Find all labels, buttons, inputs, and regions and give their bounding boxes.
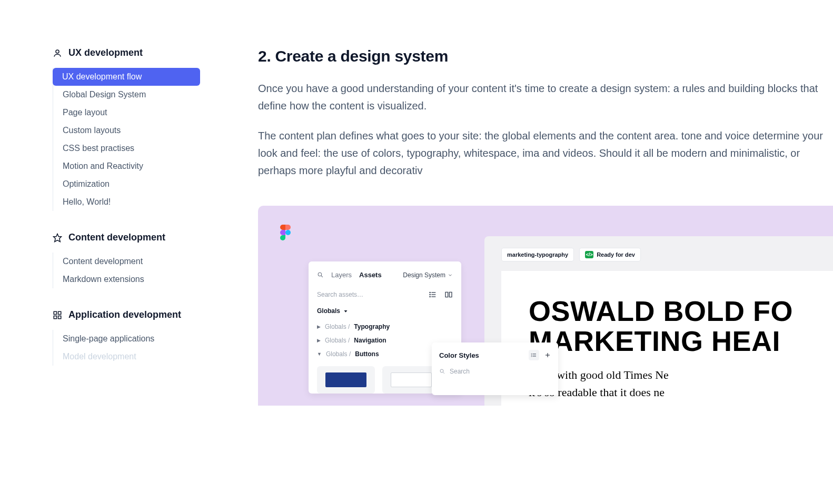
svg-rect-5 xyxy=(58,316,61,318)
nav-section-title: UX development xyxy=(68,47,143,58)
search-icon xyxy=(317,271,324,278)
component-card-primary[interactable] xyxy=(317,366,375,394)
svg-rect-3 xyxy=(58,311,61,314)
article-para-1: Once you have a good understanding of yo… xyxy=(258,80,833,115)
tab-layers[interactable]: Layers xyxy=(331,271,352,279)
nav-section-content: Content development Content development … xyxy=(53,232,200,288)
figma-logo-icon xyxy=(280,225,291,240)
article-para-2: The content plan defines what goes to yo… xyxy=(258,127,833,179)
article-heading: 2. Create a design system xyxy=(258,47,833,65)
svg-line-24 xyxy=(443,372,445,374)
nav-item-css-best[interactable]: CSS best practises xyxy=(53,139,200,157)
sidebar-nav: UX development UX development flow Globa… xyxy=(53,47,200,406)
nav-item-markdown-ext[interactable]: Markdown extensions xyxy=(53,270,200,288)
book-icon[interactable] xyxy=(444,290,453,299)
nav-list-app: Single-page applications Model developme… xyxy=(53,330,200,366)
nav-item-content-dev[interactable]: Content development xyxy=(53,253,200,270)
nav-header-content: Content development xyxy=(53,232,200,243)
mock-color-styles-panel: Color Styles Search xyxy=(432,342,558,395)
svg-point-12 xyxy=(430,294,430,295)
nav-item-page-layout[interactable]: Page layout xyxy=(53,104,200,122)
caret-down-icon xyxy=(343,309,348,314)
bottom-fade xyxy=(0,462,833,504)
svg-point-23 xyxy=(440,369,443,372)
artboard-body: dings with good old Times Ne it's so rea… xyxy=(529,366,833,406)
chevron-down-icon xyxy=(448,273,453,278)
dev-mode-icon: </> xyxy=(585,251,593,258)
svg-line-7 xyxy=(321,276,323,277)
tree-item-typography[interactable]: ▶Globals / Typography xyxy=(317,320,453,334)
color-search-input[interactable]: Search xyxy=(439,368,551,375)
star-icon xyxy=(53,233,62,243)
search-icon xyxy=(439,368,445,375)
chip-frame-name: marketing-typography xyxy=(501,248,574,261)
nav-item-motion[interactable]: Motion and Reactivity xyxy=(53,157,200,175)
svg-point-11 xyxy=(430,292,430,293)
nav-item-ux-flow[interactable]: UX development flow xyxy=(53,68,200,86)
svg-rect-2 xyxy=(54,311,56,314)
search-assets-input[interactable]: Search assets… xyxy=(317,291,363,298)
nav-list-ux: UX development flow Global Design System… xyxy=(53,68,200,211)
grid-icon xyxy=(53,310,62,320)
nav-item-global-design[interactable]: Global Design System xyxy=(53,86,200,104)
list-icon[interactable] xyxy=(529,350,539,360)
nav-section-title: Application development xyxy=(68,309,181,320)
nav-header-ux: UX development xyxy=(53,47,200,58)
globals-header[interactable]: Globals xyxy=(309,305,461,320)
tab-assets[interactable]: Assets xyxy=(359,271,382,279)
svg-point-13 xyxy=(430,296,430,297)
svg-point-19 xyxy=(531,355,532,356)
figure-design-system: marketing-typography </> Ready for dev O… xyxy=(258,206,833,406)
nav-header-app: Application development xyxy=(53,309,200,320)
artboard-headline: OSWALD BOLD FO MARKETING HEAI xyxy=(529,296,833,356)
nav-section-ux: UX development UX development flow Globa… xyxy=(53,47,200,211)
plus-icon[interactable] xyxy=(544,352,551,358)
svg-point-20 xyxy=(531,356,532,357)
svg-point-0 xyxy=(56,50,59,53)
nav-item-hello-world[interactable]: Hello, World! xyxy=(53,193,200,211)
user-icon xyxy=(53,48,62,58)
list-view-icon[interactable] xyxy=(429,290,437,299)
nav-item-optimization[interactable]: Optimization xyxy=(53,175,200,193)
nav-section-title: Content development xyxy=(68,232,165,243)
svg-point-18 xyxy=(531,354,532,354)
nav-section-app: Application development Single-page appl… xyxy=(53,309,200,366)
svg-marker-14 xyxy=(344,310,348,313)
svg-point-6 xyxy=(318,273,322,276)
nav-list-content: Content development Markdown extensions xyxy=(53,253,200,288)
dropdown-design-system[interactable]: Design System xyxy=(403,271,453,279)
nav-item-custom-layouts[interactable]: Custom layouts xyxy=(53,122,200,139)
svg-rect-4 xyxy=(54,316,56,318)
chip-ready-for-dev: </> Ready for dev xyxy=(579,248,641,261)
article-main: 2. Create a design system Once you have … xyxy=(258,47,833,406)
nav-item-spa[interactable]: Single-page applications xyxy=(53,330,200,348)
svg-marker-1 xyxy=(54,234,62,241)
nav-item-model-dev[interactable]: Model development xyxy=(53,348,200,366)
color-styles-title: Color Styles xyxy=(439,351,479,359)
